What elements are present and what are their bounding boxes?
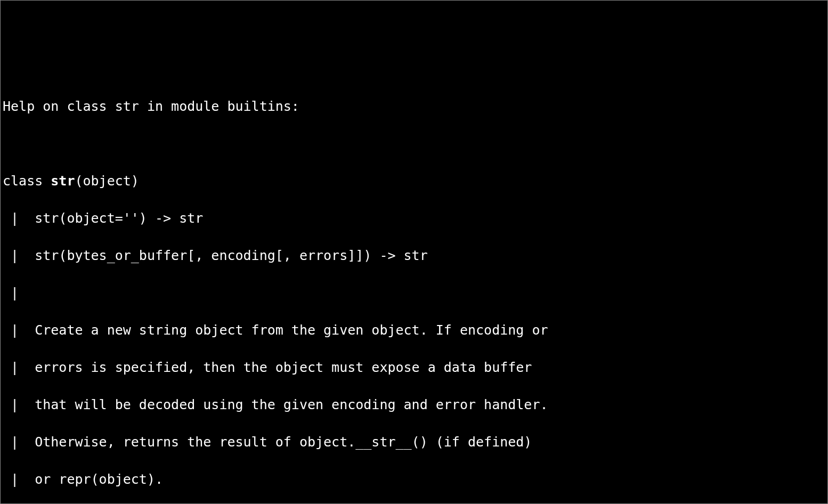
- class-decl-line: class str(object): [3, 172, 825, 190]
- terminal-output: Help on class str in module builtins: cl…: [3, 78, 825, 504]
- description-line-1: | Create a new string object from the gi…: [3, 321, 825, 339]
- class-prefix: class: [3, 173, 51, 189]
- signature-line-2: | str(bytes_or_buffer[, encoding[, error…: [3, 246, 825, 265]
- pipe-line: |: [3, 283, 825, 302]
- signature-line-1: | str(object='') -> str: [3, 209, 825, 227]
- description-line-3: | that will be decoded using the given e…: [3, 395, 825, 414]
- help-header: Help on class str in module builtins:: [3, 97, 825, 116]
- description-line-5: | or repr(object).: [3, 470, 825, 489]
- class-suffix: (object): [75, 173, 139, 189]
- description-line-4: | Otherwise, returns the result of objec…: [3, 433, 825, 451]
- description-line-2: | errors is specified, then the object m…: [3, 358, 825, 377]
- class-name-bold: str: [51, 173, 75, 189]
- blank-line: [3, 134, 825, 153]
